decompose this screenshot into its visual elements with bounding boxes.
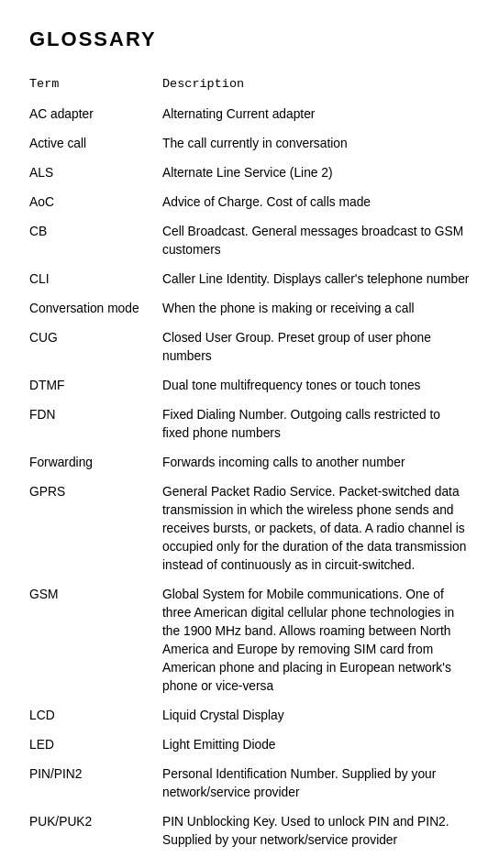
term-cell: CUG bbox=[29, 324, 162, 371]
term-cell: LCD bbox=[29, 701, 162, 731]
description-cell: When the phone is making or receiving a … bbox=[162, 294, 470, 324]
table-row: ForwardingForwards incoming calls to ano… bbox=[29, 448, 470, 478]
table-row: ALSAlternate Line Service (Line 2) bbox=[29, 159, 470, 188]
table-row: CBCell Broadcast. General messages broad… bbox=[29, 217, 470, 265]
table-row: LEDLight Emitting Diode bbox=[29, 731, 470, 760]
table-row: LCDLiquid Crystal Display bbox=[29, 701, 470, 731]
table-row: PUK/PUK2PIN Unblocking Key. Used to unlo… bbox=[29, 808, 470, 855]
column-header-term: Term bbox=[29, 73, 162, 100]
table-row: GPRSGeneral Packet Radio Service. Packet… bbox=[29, 478, 470, 580]
table-row: Conversation modeWhen the phone is makin… bbox=[29, 294, 470, 324]
description-cell: Fixed Dialing Number. Outgoing calls res… bbox=[162, 401, 470, 448]
description-cell: Dual tone multifrequency tones or touch … bbox=[162, 371, 470, 401]
description-cell: Global System for Mobile communications.… bbox=[162, 580, 470, 701]
description-cell: Alternating Current adapter bbox=[162, 100, 470, 129]
term-cell: PUK/PUK2 bbox=[29, 808, 162, 855]
term-cell: AC adapter bbox=[29, 100, 162, 129]
description-cell: Personal Identification Number. Supplied… bbox=[162, 760, 470, 808]
description-cell: The call currently in conversation bbox=[162, 129, 470, 159]
table-row: CUGClosed User Group. Preset group of us… bbox=[29, 324, 470, 371]
description-cell: Light Emitting Diode bbox=[162, 731, 470, 760]
term-cell: PIN/PIN2 bbox=[29, 760, 162, 808]
term-cell: CB bbox=[29, 217, 162, 265]
term-cell: CLI bbox=[29, 265, 162, 294]
term-cell: DTMF bbox=[29, 371, 162, 401]
table-row: Active callThe call currently in convers… bbox=[29, 129, 470, 159]
page-title: Glossary bbox=[29, 27, 470, 51]
table-row: GSMGlobal System for Mobile communicatio… bbox=[29, 580, 470, 701]
table-row: DTMFDual tone multifrequency tones or to… bbox=[29, 371, 470, 401]
term-cell: Active call bbox=[29, 129, 162, 159]
term-cell: ALS bbox=[29, 159, 162, 188]
table-row: AoCAdvice of Charge. Cost of calls made bbox=[29, 188, 470, 217]
table-row: FDNFixed Dialing Number. Outgoing calls … bbox=[29, 401, 470, 448]
term-cell: Conversation mode bbox=[29, 294, 162, 324]
description-cell: Closed User Group. Preset group of user … bbox=[162, 324, 470, 371]
term-cell: LED bbox=[29, 731, 162, 760]
description-cell: General Packet Radio Service. Packet-swi… bbox=[162, 478, 470, 580]
term-cell: GPRS bbox=[29, 478, 162, 580]
table-row: AC adapterAlternating Current adapter bbox=[29, 100, 470, 129]
table-row: PIN/PIN2Personal Identification Number. … bbox=[29, 760, 470, 808]
glossary-table: Term Description AC adapterAlternating C… bbox=[29, 73, 470, 855]
term-cell: Forwarding bbox=[29, 448, 162, 478]
description-cell: Forwards incoming calls to another numbe… bbox=[162, 448, 470, 478]
description-cell: Liquid Crystal Display bbox=[162, 701, 470, 731]
term-cell: GSM bbox=[29, 580, 162, 701]
term-cell: FDN bbox=[29, 401, 162, 448]
description-cell: Cell Broadcast. General messages broadca… bbox=[162, 217, 470, 265]
column-header-description: Description bbox=[162, 73, 470, 100]
description-cell: Alternate Line Service (Line 2) bbox=[162, 159, 470, 188]
table-row: CLICaller Line Identity. Displays caller… bbox=[29, 265, 470, 294]
description-cell: Caller Line Identity. Displays caller's … bbox=[162, 265, 470, 294]
description-cell: Advice of Charge. Cost of calls made bbox=[162, 188, 470, 217]
term-cell: AoC bbox=[29, 188, 162, 217]
description-cell: PIN Unblocking Key. Used to unlock PIN a… bbox=[162, 808, 470, 855]
